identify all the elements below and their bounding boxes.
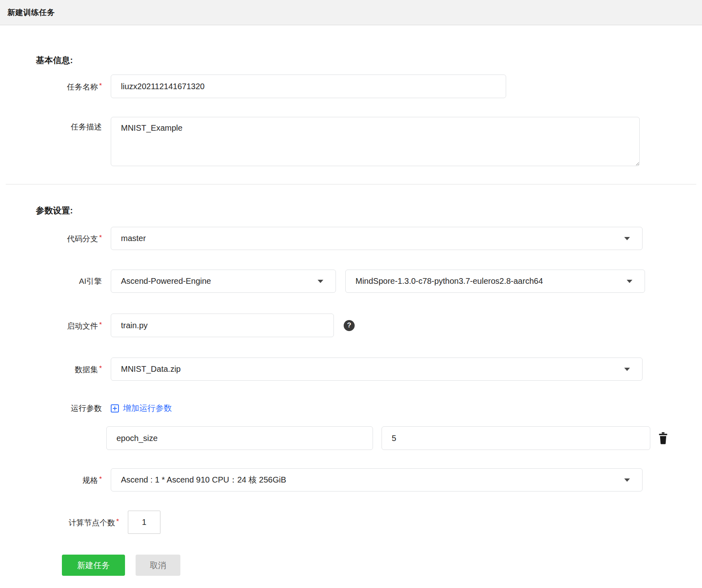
spec-label: 规格* [0,474,111,486]
spec-select[interactable]: Ascend : 1 * Ascend 910 CPU：24 核 256GiB [111,468,643,491]
task-desc-textarea[interactable]: MNIST_Example [111,117,640,166]
ai-engine-row: AI引擎 Ascend-Powered-Engine MindSpore-1.3… [0,270,702,293]
spec-selected-value: Ascend : 1 * Ascend 910 CPU：24 核 256GiB [121,474,286,485]
create-task-button[interactable]: 新建任务 [62,555,125,576]
boot-file-label: 启动文件* [0,320,111,331]
chevron-down-icon [627,280,632,283]
engine-version-select[interactable]: MindSpore-1.3.0-c78-python3.7-euleros2.8… [345,270,645,293]
boot-file-input[interactable] [111,314,334,337]
dataset-row: 数据集* MNIST_Data.zip [0,358,702,381]
required-asterisk: * [99,475,102,483]
task-name-row: 任务名称* [0,75,702,98]
cancel-button[interactable]: 取消 [136,555,180,576]
required-asterisk: * [116,518,119,525]
code-branch-selected-value: master [121,234,146,243]
form-body: 基本信息: 任务名称* 任务描述 MNIST_Example 参数设置: 代码分… [0,55,702,576]
page-header: 新建训练任务 [0,0,702,25]
section-divider [6,184,696,184]
code-branch-label: 代码分支* [0,233,111,244]
task-name-label: 任务名称* [0,81,111,92]
chevron-down-icon [318,280,323,283]
spec-row: 规格* Ascend : 1 * Ascend 910 CPU：24 核 256… [0,468,702,491]
task-desc-label: 任务描述 [0,117,111,132]
required-asterisk: * [99,234,102,241]
add-run-param-label: 增加运行参数 [123,403,172,414]
run-params-row: 运行参数 增加运行参数 [0,403,702,414]
help-icon[interactable]: ? [344,320,355,331]
node-count-label: 计算节点个数* [0,516,128,528]
task-desc-row: 任务描述 MNIST_Example [0,117,702,166]
chevron-down-icon [624,237,630,240]
chevron-down-icon [624,478,630,482]
dataset-select[interactable]: MNIST_Data.zip [111,358,643,381]
dataset-label: 数据集* [0,363,111,375]
code-branch-row: 代码分支* master [0,227,702,250]
basic-info-heading: 基本信息: [36,55,702,65]
run-param-entry-row [0,426,702,450]
footer-buttons-row: 新建任务 取消 [62,555,702,576]
required-asterisk: * [99,321,102,329]
task-name-input[interactable] [111,75,506,98]
required-asterisk: * [99,364,102,372]
trash-icon [658,432,669,444]
dataset-selected-value: MNIST_Data.zip [121,364,181,374]
required-asterisk: * [99,82,102,90]
code-branch-select[interactable]: master [111,227,643,250]
param-settings-heading: 参数设置: [36,205,702,215]
delete-run-param-button[interactable] [658,432,669,444]
ai-engine-label: AI引擎 [0,276,111,287]
node-count-row: 计算节点个数* [0,511,702,534]
boot-file-row: 启动文件* ? [0,314,702,337]
run-param-value-input[interactable] [382,426,650,450]
ai-engine-selected-value: Ascend-Powered-Engine [121,276,211,286]
engine-version-selected-value: MindSpore-1.3.0-c78-python3.7-euleros2.8… [355,276,543,286]
add-icon [111,404,119,412]
add-run-param-link[interactable]: 增加运行参数 [111,403,172,414]
chevron-down-icon [624,368,630,371]
ai-engine-select[interactable]: Ascend-Powered-Engine [111,270,336,293]
node-count-input[interactable] [128,511,160,534]
run-params-label: 运行参数 [0,403,111,414]
page-title: 新建训练任务 [7,7,55,18]
run-param-name-input[interactable] [106,426,373,450]
